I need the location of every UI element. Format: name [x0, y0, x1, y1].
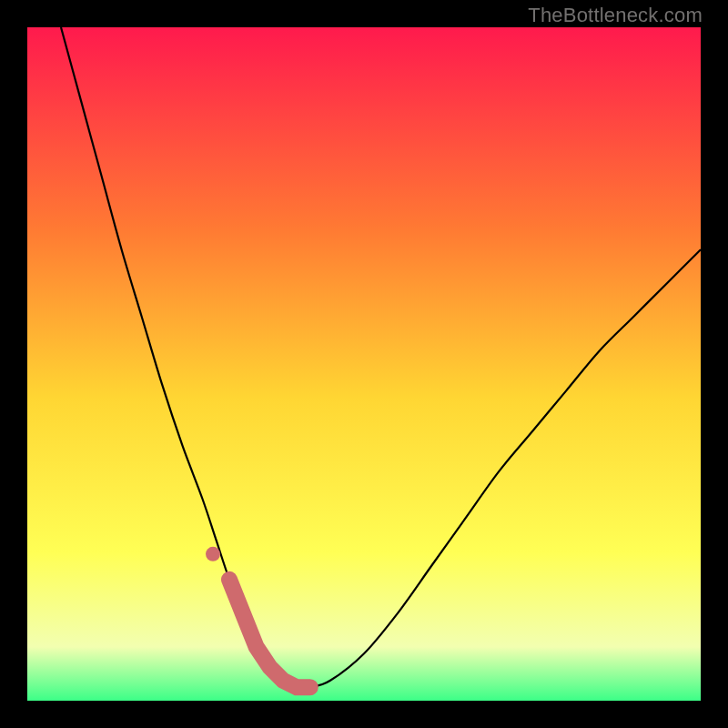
- svg-point-1: [206, 547, 220, 561]
- plot-area: [27, 27, 701, 701]
- bottleneck-curve: [27, 27, 701, 701]
- watermark-text: TheBottleneck.com: [528, 4, 703, 27]
- chart-frame: TheBottleneck.com: [0, 0, 728, 728]
